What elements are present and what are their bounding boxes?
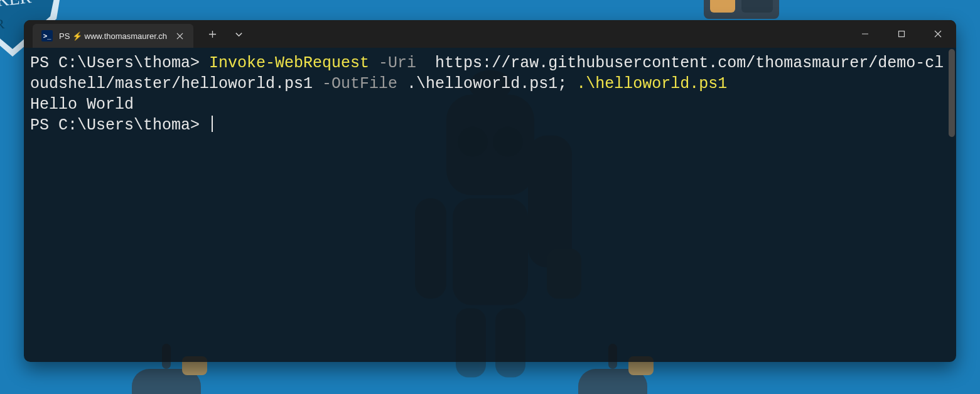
powershell-icon-glyph: >_ bbox=[43, 33, 51, 40]
terminal-body[interactable]: PS C:\Users\thoma> Invoke-WebRequest -Ur… bbox=[24, 48, 956, 362]
tab-title-host: www.thomasmaurer.ch bbox=[85, 31, 168, 41]
scrollbar-thumb[interactable] bbox=[949, 49, 955, 137]
close-button[interactable] bbox=[920, 20, 956, 48]
cursor bbox=[212, 116, 213, 132]
tab-dropdown-button[interactable] bbox=[226, 20, 251, 48]
token-param-uri: -Uri bbox=[369, 54, 426, 72]
svg-rect-6 bbox=[741, 0, 773, 13]
scrollbar[interactable] bbox=[949, 49, 955, 359]
titlebar[interactable]: >_ PS ⚡ www.thomasmaurer.ch bbox=[24, 20, 956, 48]
terminal-window: >_ PS ⚡ www.thomasmaurer.ch bbox=[24, 20, 956, 362]
token-param-outfile: -OutFile bbox=[313, 75, 407, 93]
svg-rect-27 bbox=[899, 31, 905, 37]
token-cmdlet: Invoke-WebRequest bbox=[209, 54, 369, 72]
token-arg-outfile: .\helloworld.ps1; bbox=[407, 75, 576, 93]
tab-actions bbox=[193, 20, 251, 48]
tab-title-prefix: PS bbox=[59, 31, 70, 41]
token-script-run: .\helloworld.ps1 bbox=[576, 75, 727, 93]
titlebar-drag-region[interactable] bbox=[251, 20, 847, 48]
output-line: Hello World bbox=[30, 96, 134, 114]
tab-close-button[interactable] bbox=[173, 30, 186, 42]
tab-active[interactable]: >_ PS ⚡ www.thomasmaurer.ch bbox=[33, 24, 193, 48]
bolt-icon: ⚡ bbox=[72, 31, 82, 41]
window-controls bbox=[847, 20, 956, 48]
powershell-icon: >_ bbox=[41, 30, 53, 41]
prompt-line-2: PS C:\Users\thoma> bbox=[30, 116, 209, 134]
minimize-button[interactable] bbox=[847, 20, 883, 48]
prompt-line-1: PS C:\Users\thoma> bbox=[30, 54, 209, 72]
tab-title: PS ⚡ www.thomasmaurer.ch bbox=[59, 31, 167, 41]
svg-rect-5 bbox=[710, 0, 735, 13]
new-tab-button[interactable] bbox=[200, 20, 225, 48]
maximize-button[interactable] bbox=[883, 20, 920, 48]
